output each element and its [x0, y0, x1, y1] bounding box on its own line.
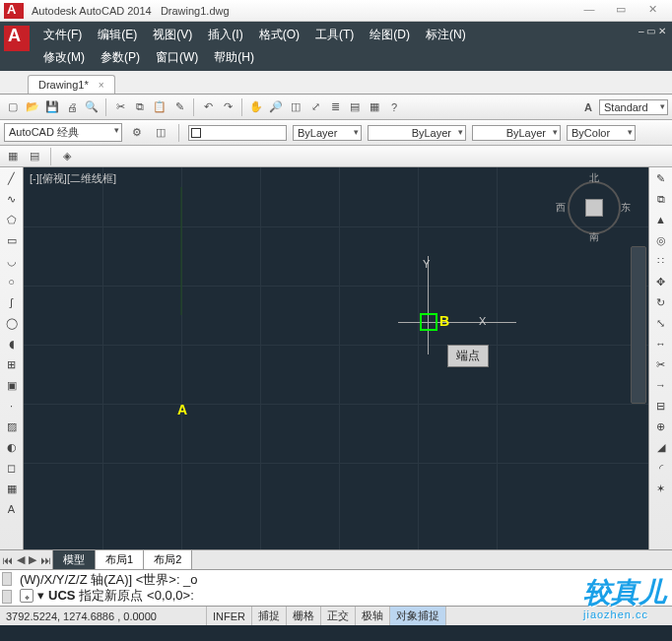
close-button[interactable]: ✕ — [640, 3, 664, 19]
menu-window[interactable]: 窗口(W) — [148, 46, 206, 69]
arc-icon[interactable]: ◡ — [3, 252, 21, 270]
textstyle-icon[interactable]: A — [579, 98, 597, 116]
block-icon[interactable]: ▣ — [3, 376, 21, 394]
mdi-controls[interactable]: – ▭ ✕ — [638, 26, 666, 36]
cmd-grip-icon[interactable] — [2, 590, 12, 604]
status-polar[interactable]: 极轴 — [356, 607, 390, 625]
undo-icon[interactable]: ↶ — [199, 98, 217, 116]
status-snap[interactable]: 捕捉 — [252, 607, 287, 625]
menu-edit[interactable]: 编辑(E) — [90, 24, 145, 46]
polygon-icon[interactable]: ⬠ — [3, 211, 21, 228]
menu-format[interactable]: 格式(O) — [251, 24, 307, 46]
preview-icon[interactable]: 🔍 — [83, 98, 101, 116]
ellipse-icon[interactable]: ◯ — [3, 314, 21, 332]
point-icon[interactable]: · — [3, 397, 21, 415]
status-ortho[interactable]: 正交 — [321, 607, 356, 625]
layermgr-icon[interactable]: ▦ — [4, 148, 22, 165]
line-icon[interactable]: ╱ — [3, 169, 21, 187]
circle-icon[interactable]: ○ — [3, 273, 21, 290]
hatch-icon[interactable]: ▨ — [3, 417, 21, 435]
navigation-bar[interactable] — [631, 246, 646, 404]
cut-icon[interactable]: ✂ — [111, 98, 129, 116]
command-window[interactable]: (W)/X/Y/Z/Z 轴(ZA)] <世界>: _o ⌖ ▾ UCS 指定新原… — [0, 569, 672, 606]
workspace-combo[interactable]: AutoCAD 经典 — [4, 123, 122, 142]
erase-icon[interactable]: ✎ — [652, 169, 670, 187]
explode-icon[interactable]: ✶ — [652, 480, 670, 497]
linetype-combo[interactable]: ByLayer — [368, 125, 466, 141]
tab-prev-icon[interactable]: ◀ — [15, 553, 27, 566]
move-icon[interactable]: ✥ — [652, 273, 670, 290]
chamfer-icon[interactable]: ◢ — [652, 438, 670, 456]
close-icon[interactable]: × — [99, 80, 104, 91]
trim-icon[interactable]: ✂ — [652, 355, 670, 373]
coordinates-readout[interactable]: 3792.5224, 1274.6886 , 0.0000 — [0, 607, 207, 625]
minimize-button[interactable]: — — [577, 3, 601, 19]
scale-icon[interactable]: ⤡ — [652, 314, 670, 332]
menu-dim[interactable]: 标注(N) — [418, 24, 474, 46]
print-icon[interactable]: 🖨 — [63, 98, 81, 116]
redo-icon[interactable]: ↷ — [219, 98, 236, 116]
maximize-button[interactable]: ▭ — [609, 3, 633, 19]
ellipsearc-icon[interactable]: ◖ — [3, 335, 21, 353]
status-grid[interactable]: 栅格 — [287, 607, 321, 625]
offset-icon[interactable]: ◎ — [652, 231, 670, 249]
layer-combo[interactable]: ByLayer — [293, 125, 362, 141]
fillet-icon[interactable]: ◜ — [652, 459, 670, 477]
new-icon[interactable]: ▢ — [4, 98, 22, 116]
layeriso-icon[interactable]: ◈ — [58, 148, 76, 165]
copy2-icon[interactable]: ⧉ — [652, 190, 670, 208]
mirror-icon[interactable]: ▲ — [652, 211, 670, 228]
insert-icon[interactable]: ⊞ — [3, 355, 21, 373]
status-infer[interactable]: INFER — [207, 607, 252, 625]
match-icon[interactable]: ✎ — [170, 98, 188, 116]
zoom-win-icon[interactable]: ◫ — [287, 98, 304, 116]
zoom-ext-icon[interactable]: ⤢ — [306, 98, 324, 116]
table-icon[interactable]: ▦ — [3, 480, 21, 497]
tab-model[interactable]: 模型 — [52, 549, 96, 570]
help-icon[interactable]: ? — [385, 98, 403, 116]
extend-icon[interactable]: → — [652, 376, 670, 394]
menu-insert[interactable]: 插入(I) — [200, 24, 250, 46]
tab-last-icon[interactable]: ⏭ — [38, 554, 53, 566]
layerstate-icon[interactable]: ▤ — [26, 148, 43, 165]
copy-icon[interactable]: ⧉ — [131, 98, 149, 116]
pline-icon[interactable]: ∿ — [3, 190, 21, 208]
zoom-icon[interactable]: 🔎 — [267, 98, 285, 116]
menu-draw[interactable]: 绘图(D) — [362, 24, 418, 46]
menu-view[interactable]: 视图(V) — [145, 24, 200, 46]
rect-icon[interactable]: ▭ — [3, 231, 21, 249]
join-icon[interactable]: ⊕ — [652, 417, 670, 435]
save-icon[interactable]: 💾 — [43, 98, 61, 116]
app-menu-icon[interactable] — [4, 26, 30, 51]
text-icon[interactable]: A — [3, 500, 21, 518]
region-icon[interactable]: ◻ — [3, 459, 21, 477]
view-cube[interactable]: 北 南 东 西 — [562, 175, 627, 240]
stretch-icon[interactable]: ↔ — [652, 335, 670, 353]
tab-first-icon[interactable]: ⏮ — [0, 554, 15, 566]
ws-settings-icon[interactable]: ◫ — [152, 124, 169, 142]
gradient-icon[interactable]: ◐ — [3, 438, 21, 456]
sheet-icon[interactable]: ▤ — [346, 98, 364, 116]
style-combo[interactable]: Standard — [599, 99, 668, 115]
tab-layout2[interactable]: 布局2 — [143, 549, 192, 570]
open-icon[interactable]: 📂 — [24, 98, 41, 116]
pan-icon[interactable]: ✋ — [247, 98, 265, 116]
status-osnap[interactable]: 对象捕捉 — [390, 607, 446, 625]
plotstyle-combo[interactable]: ByColor — [567, 125, 636, 141]
prop-icon[interactable]: ≣ — [326, 98, 344, 116]
tab-layout1[interactable]: 布局1 — [95, 549, 144, 570]
rotate-icon[interactable]: ↻ — [652, 293, 670, 311]
menu-tools[interactable]: 工具(T) — [307, 24, 362, 46]
break-icon[interactable]: ⊟ — [652, 397, 670, 415]
doc-tab[interactable]: Drawing1* × — [28, 75, 115, 94]
menu-help[interactable]: 帮助(H) — [206, 46, 262, 69]
color-swatch[interactable] — [188, 125, 287, 141]
menu-modify[interactable]: 修改(M) — [35, 46, 93, 69]
drawing-canvas[interactable]: [-][俯视][二维线框] A B X Y 端点 北 南 东 西 — [24, 167, 648, 549]
array-icon[interactable]: ∷ — [652, 252, 670, 270]
tab-next-icon[interactable]: ▶ — [27, 553, 38, 566]
tool-icon[interactable]: ▦ — [366, 98, 383, 116]
spline-icon[interactable]: ∫ — [3, 293, 21, 311]
paste-icon[interactable]: 📋 — [151, 98, 168, 116]
cmd-grip-icon[interactable] — [2, 572, 12, 586]
